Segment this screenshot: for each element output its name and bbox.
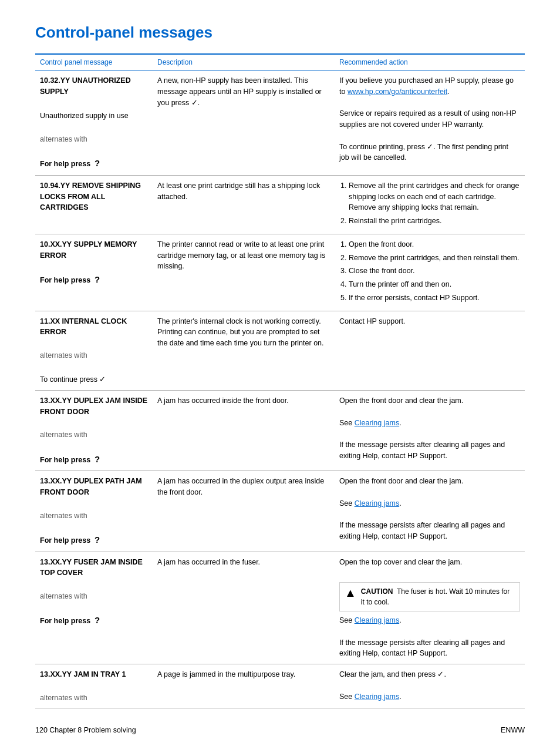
msg-title: 10.XX.YY SUPPLY MEMORY ERROR: [40, 239, 148, 261]
msg-title: 13.XX.YY DUPLEX JAM INSIDE FRONT DOOR: [40, 395, 148, 418]
footer-left: 120 Chapter 8 Problem solving: [35, 726, 136, 734]
msg-description: The printer's internal clock is not work…: [153, 311, 335, 391]
table-row: 13.XX.YY DUPLEX PATH JAM FRONT DOOR alte…: [35, 471, 525, 552]
msg-title: 13.XX.YY FUSER JAM INSIDE TOP COVER: [40, 557, 148, 579]
caution-text: CAUTION The fuser is hot. Wait 10 minute…: [361, 586, 515, 607]
msg-description: A new, non-HP supply has been installed.…: [153, 70, 335, 176]
list-item: Reinstall the print cartridges.: [349, 216, 520, 227]
msg-sub: [40, 580, 148, 591]
msg-description: A jam has occurred in the duplex output …: [153, 471, 335, 552]
continue-press: To continue press ✓: [40, 374, 148, 385]
msg-sub3: [40, 123, 148, 134]
list-item: Remove all the print cartridges and chec…: [349, 180, 520, 213]
msg-alt: alternates with: [40, 134, 148, 145]
msg-sub2: Unauthorized supply in use: [40, 110, 148, 122]
msg-sub: [40, 681, 148, 693]
clearing-jams-link[interactable]: Clearing jams: [355, 499, 399, 508]
list-item: Turn the printer off and then on.: [349, 279, 520, 290]
clearing-jams-link[interactable]: Clearing jams: [355, 419, 399, 427]
msg-title: 10.94.YY REMOVE SHIPPING LOCKS FROM ALL …: [40, 180, 148, 213]
msg-description: A page is jammed in the multipurpose tra…: [153, 664, 335, 708]
msg-sub: [40, 262, 148, 273]
table-row: 10.32.YY UNAUTHORIZED SUPPLY Unauthorize…: [35, 70, 525, 176]
table-row: 13.XX.YY DUPLEX JAM INSIDE FRONT DOOR al…: [35, 391, 525, 471]
msg-sub: [40, 339, 148, 350]
msg-sub4: [40, 146, 148, 157]
col-header-action: Recommended action: [335, 54, 525, 70]
help-press: For help press ?: [40, 533, 148, 547]
clearing-jams-link[interactable]: Clearing jams: [355, 693, 399, 701]
msg-action: Remove all the print cartridges and chec…: [335, 175, 525, 234]
list-item: If the error persists, contact HP Suppor…: [349, 293, 520, 304]
msg-description: A jam has occurred in the fuser.: [153, 552, 335, 664]
footer-right: ENWW: [501, 726, 525, 734]
msg-sub2: [40, 603, 148, 614]
msg-action: Open the top cover and clear the jam. ▲ …: [335, 552, 525, 664]
clearing-jams-link[interactable]: Clearing jams: [355, 616, 399, 624]
col-header-message: Control panel message: [35, 54, 153, 70]
msg-description: A jam has occurred inside the front door…: [153, 391, 335, 471]
msg-title: 10.32.YY UNAUTHORIZED SUPPLY: [40, 75, 148, 98]
msg-alt: alternates with: [40, 693, 148, 704]
msg-action: Open the front door and clear the jam. S…: [335, 471, 525, 552]
list-item: Open the front door.: [349, 239, 520, 250]
msg-alt: alternates with: [40, 350, 148, 361]
caution-icon: ▲: [345, 587, 356, 599]
help-press: For help press ?: [40, 273, 148, 287]
msg-description: At least one print cartridge still has a…: [153, 175, 335, 234]
msg-sub: [40, 499, 148, 510]
list-item: Close the front door.: [349, 266, 520, 277]
msg-sub: [40, 419, 148, 430]
hp-link[interactable]: www.hp.com/go/anticounterfeit: [348, 88, 447, 96]
help-press: For help press ?: [40, 453, 148, 466]
msg-sub2: [40, 362, 148, 374]
table-row: 11.XX INTERNAL CLOCK ERROR alternates wi…: [35, 311, 525, 391]
msg-alt: alternates with: [40, 510, 148, 522]
caution-box: ▲ CAUTION The fuser is hot. Wait 10 minu…: [339, 582, 520, 611]
msg-action: Open the front door and clear the jam. S…: [335, 391, 525, 471]
msg-action: If you believe you purchased an HP suppl…: [335, 70, 525, 176]
msg-action: Contact HP support.: [335, 311, 525, 391]
msg-title: 13.XX.YY JAM IN TRAY 1: [40, 669, 148, 680]
msg-sub2: [40, 522, 148, 533]
help-press: For help press ?: [40, 614, 148, 627]
table-row: 10.XX.YY SUPPLY MEMORY ERROR For help pr…: [35, 234, 525, 311]
table-row: 10.94.YY REMOVE SHIPPING LOCKS FROM ALL …: [35, 175, 525, 234]
msg-alt: alternates with: [40, 591, 148, 602]
col-header-description: Description: [153, 54, 335, 70]
msg-sub: [40, 99, 148, 110]
msg-alt: alternates with: [40, 429, 148, 441]
msg-sub2: [40, 442, 148, 453]
msg-title: 13.XX.YY DUPLEX PATH JAM FRONT DOOR: [40, 476, 148, 498]
help-press: For help press ?: [40, 157, 148, 170]
msg-action: Open the front door. Remove the print ca…: [335, 234, 525, 311]
page-title: Control-panel messages: [35, 23, 525, 42]
list-item: Remove the print cartridges, and then re…: [349, 253, 520, 264]
page-footer: 120 Chapter 8 Problem solving ENWW: [35, 726, 525, 734]
msg-title: 11.XX INTERNAL CLOCK ERROR: [40, 316, 148, 338]
msg-description: The printer cannot read or write to at l…: [153, 234, 335, 311]
table-row: 13.XX.YY FUSER JAM INSIDE TOP COVER alte…: [35, 552, 525, 664]
messages-table: Control panel message Description Recomm…: [35, 53, 525, 708]
msg-action: Clear the jam, and then press ✓. See Cle…: [335, 664, 525, 708]
table-row: 13.XX.YY JAM IN TRAY 1 alternates with A…: [35, 664, 525, 708]
